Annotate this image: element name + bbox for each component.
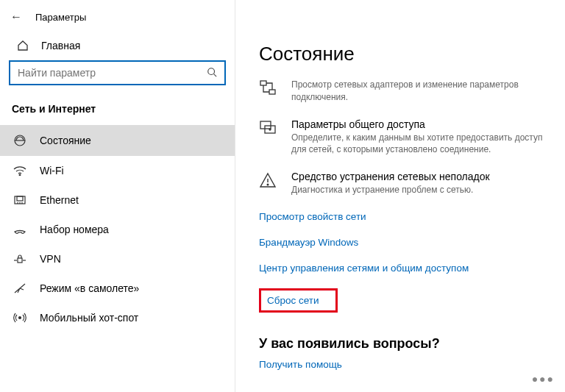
sidebar-item-label: Режим «в самолете»	[40, 282, 139, 294]
sidebar-item-label: Ethernet	[40, 194, 79, 206]
link-firewall[interactable]: Брандмауэр Windows	[259, 237, 358, 248]
wifi-icon	[13, 165, 26, 176]
row-troubleshoot-heading: Средство устранения сетевых неполадок	[291, 171, 490, 182]
sidebar-item-wifi[interactable]: Wi-Fi	[0, 156, 235, 185]
svg-point-19	[267, 184, 269, 185]
sidebar-item-ethernet[interactable]: Ethernet	[0, 185, 235, 215]
sidebar-item-airplane[interactable]: Режим «в самолете»	[0, 274, 235, 303]
row-adapters-desc: Просмотр сетевых адаптеров и изменение п…	[291, 79, 559, 104]
svg-point-3	[19, 174, 21, 176]
link-center[interactable]: Центр управления сетями и общим доступом	[259, 263, 469, 274]
svg-point-17	[269, 129, 271, 130]
svg-rect-14	[269, 90, 275, 94]
sidebar-item-dialup[interactable]: Набор номера	[0, 215, 235, 244]
svg-rect-16	[265, 126, 275, 133]
adapter-icon	[259, 79, 278, 95]
search-wrap	[0, 60, 235, 99]
questions-heading: У вас появились вопросы?	[259, 336, 559, 352]
main-pane: Состояние Просмотр сетевых адаптеров и и…	[235, 0, 565, 392]
more-dots-icon: ●●●	[532, 373, 555, 385]
home-row[interactable]: Главная	[0, 32, 235, 60]
row-sharing[interactable]: Параметры общего доступа Определите, к к…	[259, 118, 559, 157]
sidebar-item-status[interactable]: Состояние	[0, 125, 235, 156]
svg-rect-13	[260, 81, 266, 85]
row-sharing-text: Параметры общего доступа Определите, к к…	[291, 118, 559, 157]
svg-rect-9	[18, 258, 22, 263]
sidebar-item-label: Набор номера	[40, 224, 109, 235]
dialup-icon	[13, 224, 26, 235]
category-title: Сеть и Интернет	[0, 99, 235, 125]
sidebar-item-vpn[interactable]: VPN	[0, 244, 235, 274]
row-troubleshoot-desc: Диагностика и устранение проблем с сетью…	[291, 184, 490, 196]
search-icon	[207, 67, 217, 79]
reset-highlight-box: Сброс сети	[259, 288, 338, 313]
link-help[interactable]: Получить помощь	[259, 359, 342, 370]
page-title: Состояние	[259, 43, 559, 65]
search-box[interactable]	[9, 60, 226, 85]
airplane-icon	[13, 282, 26, 294]
svg-line-1	[214, 74, 217, 76]
sharing-icon	[259, 118, 278, 135]
sidebar-item-label: Состояние	[40, 135, 91, 146]
row-troubleshoot[interactable]: Средство устранения сетевых неполадок Ди…	[259, 171, 559, 196]
link-reset[interactable]: Сброс сети	[267, 295, 319, 306]
warning-icon	[259, 171, 278, 188]
svg-rect-5	[17, 196, 23, 201]
home-label: Главная	[41, 40, 80, 51]
hotspot-icon	[13, 312, 26, 324]
sidebar-item-hotspot[interactable]: Мобильный хот-спот	[0, 303, 235, 332]
sidebar-item-label: Wi-Fi	[40, 165, 64, 177]
link-properties[interactable]: Просмотр свойств сети	[259, 211, 366, 222]
svg-point-0	[208, 68, 215, 74]
row-sharing-heading: Параметры общего доступа	[291, 118, 559, 130]
row-sharing-desc: Определите, к каким данным вы хотите пре…	[291, 132, 559, 157]
row-adapters-text: Просмотр сетевых адаптеров и изменение п…	[291, 79, 559, 104]
window-title: Параметры	[35, 12, 86, 23]
ethernet-icon	[13, 195, 26, 205]
row-adapters[interactable]: Просмотр сетевых адаптеров и изменение п…	[259, 79, 559, 104]
sidebar: ← Параметры Главная Сеть и Интернет Сост…	[0, 0, 235, 392]
status-icon	[13, 134, 26, 147]
sidebar-item-label: VPN	[40, 253, 61, 265]
search-input[interactable]	[18, 67, 207, 79]
titlebar: ← Параметры	[0, 6, 235, 32]
row-troubleshoot-text: Средство устранения сетевых неполадок Ди…	[291, 171, 490, 196]
back-arrow-icon[interactable]: ←	[10, 10, 22, 24]
vpn-icon	[13, 254, 26, 264]
svg-rect-15	[260, 121, 271, 129]
home-icon	[16, 40, 29, 51]
sidebar-item-label: Мобильный хот-спот	[40, 312, 138, 324]
svg-point-12	[19, 317, 21, 319]
